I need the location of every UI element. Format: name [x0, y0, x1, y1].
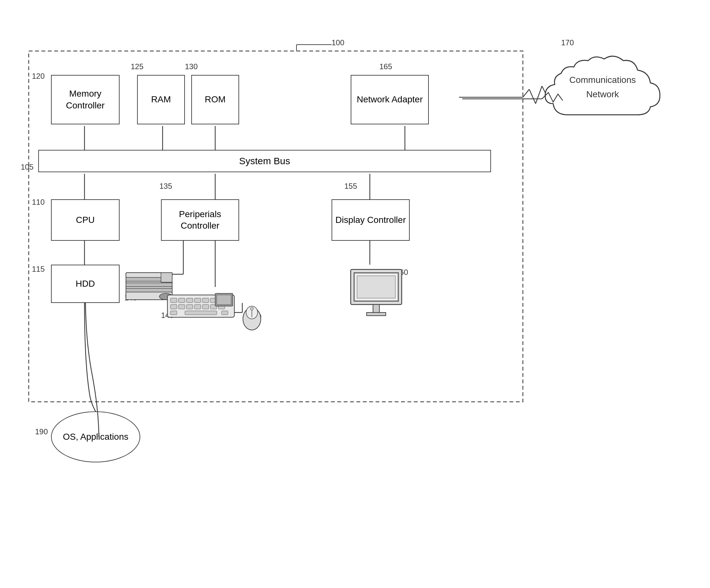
- memory-controller-label: Memory Controller: [52, 88, 119, 111]
- ref-125: 125: [131, 62, 143, 71]
- ram-label: RAM: [151, 94, 171, 105]
- ref-115: 115: [32, 265, 45, 274]
- svg-rect-47: [194, 305, 201, 309]
- svg-text:Communications: Communications: [569, 75, 636, 85]
- ref-155: 155: [344, 182, 357, 191]
- network-adapter-label: Network Adapter: [357, 94, 423, 105]
- svg-rect-41: [203, 298, 209, 303]
- memory-controller-box: Memory Controller: [51, 75, 120, 124]
- ref-105: 105: [21, 163, 33, 171]
- svg-rect-29: [357, 276, 395, 298]
- svg-rect-44: [170, 305, 177, 309]
- diagram-container: 100 105 120 125 130 165 110 115 135 140 …: [19, 25, 689, 568]
- ram-box: RAM: [137, 75, 185, 124]
- keyboard-icon: [166, 292, 236, 321]
- svg-text:Network: Network: [586, 89, 619, 99]
- svg-rect-39: [187, 298, 193, 303]
- svg-rect-33: [126, 288, 172, 292]
- svg-rect-48: [203, 305, 209, 309]
- ref-135: 135: [159, 182, 172, 191]
- svg-rect-27: [366, 312, 386, 316]
- svg-rect-26: [373, 305, 379, 312]
- cpu-label: CPU: [76, 214, 95, 226]
- monitor-icon: [348, 266, 411, 321]
- svg-rect-32: [126, 283, 172, 287]
- hdd-label: HDD: [75, 278, 95, 289]
- svg-rect-37: [170, 298, 177, 303]
- system-bus-label: System Bus: [239, 156, 290, 166]
- os-applications-label: OS, Applications: [63, 431, 128, 443]
- ref-110: 110: [32, 198, 45, 207]
- ref-165: 165: [379, 62, 392, 71]
- os-applications-oval: OS, Applications: [51, 411, 140, 462]
- svg-line-17: [529, 89, 536, 103]
- svg-rect-46: [187, 305, 193, 309]
- hdd-box: HDD: [51, 265, 120, 303]
- comms-network-cloud: Communications Network: [536, 45, 669, 147]
- network-adapter-box: Network Adapter: [351, 75, 429, 124]
- svg-point-59: [250, 307, 254, 310]
- svg-rect-34: [161, 273, 172, 282]
- display-controller-label: Display Controller: [335, 214, 406, 226]
- cpu-box: CPU: [51, 199, 120, 241]
- display-controller-box: Display Controller: [332, 199, 410, 241]
- system-bus-box: System Bus: [38, 150, 491, 172]
- peripherals-controller-box: Periperials Controller: [161, 199, 239, 241]
- svg-rect-53: [221, 311, 228, 315]
- svg-rect-38: [179, 298, 185, 303]
- ref-100: 100: [332, 38, 344, 47]
- svg-rect-55: [217, 295, 231, 305]
- mouse-icon: [241, 300, 263, 332]
- rom-box: ROM: [191, 75, 239, 124]
- svg-line-16: [523, 89, 529, 97]
- svg-rect-52: [170, 311, 177, 315]
- peripherals-controller-label: Periperials Controller: [162, 209, 238, 232]
- ref-120: 120: [32, 72, 45, 81]
- svg-rect-45: [179, 305, 185, 309]
- rom-label: ROM: [205, 94, 226, 105]
- svg-rect-51: [185, 311, 217, 315]
- ref-130: 130: [185, 62, 198, 71]
- ref-190: 190: [35, 427, 48, 436]
- svg-rect-40: [194, 298, 201, 303]
